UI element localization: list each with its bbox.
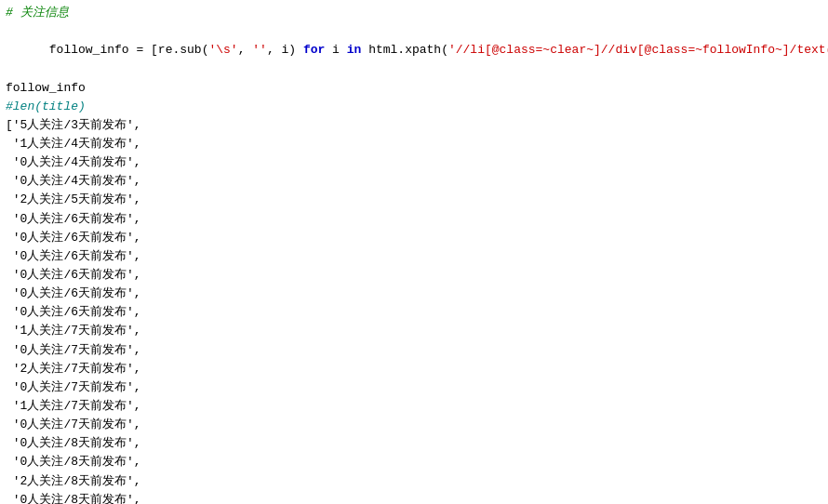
comment-line: # 关注信息 [0,4,828,22]
output-line: '0人关注/7天前发布', [6,416,822,434]
comment-text: # 关注信息 [6,4,69,22]
output-line: '2人关注/8天前发布', [6,472,822,491]
code-line-3-content: #len(title) [6,98,86,116]
output-line: '0人关注/8天前发布', [6,491,822,504]
code-line-3: #len(title) [0,98,828,116]
output-line: '2人关注/7天前发布', [6,360,822,378]
code-line-1: follow_info = [re.sub('\s', '', i) for i… [0,22,828,78]
output-line: '1人关注/7天前发布', [6,397,822,416]
code-line-2-content: follow_info [6,79,86,98]
output-line: '0人关注/6天前发布', [6,247,822,266]
output-line: '0人关注/4天前发布', [6,172,822,191]
output-line: '0人关注/8天前发布', [6,434,822,453]
output-line: ['5人关注/3天前发布', [6,116,822,135]
output-line: '0人关注/7天前发布', [6,341,822,360]
output-line: '0人关注/6天前发布', [6,285,822,303]
output-line: '0人关注/4天前发布', [6,153,822,172]
output-line: '1人关注/4天前发布', [6,135,822,153]
output-line: '0人关注/6天前发布', [6,229,822,247]
output-line: '1人关注/7天前发布', [6,322,822,340]
output-line: '0人关注/8天前发布', [6,453,822,471]
code-line-1-content: follow_info = [re.sub('\s', '', i) for i… [6,22,828,78]
code-line-2: follow_info [0,79,828,98]
output-block: ['5人关注/3天前发布', '1人关注/4天前发布', '0人关注/4天前发布… [0,116,828,504]
code-editor: # 关注信息 follow_info = [re.sub('\s', '', i… [0,0,828,504]
output-line: '0人关注/6天前发布', [6,210,822,229]
output-line: '2人关注/5天前发布', [6,191,822,209]
output-line: '0人关注/6天前发布', [6,266,822,285]
output-line: '0人关注/6天前发布', [6,303,822,322]
output-line: '0人关注/7天前发布', [6,378,822,397]
